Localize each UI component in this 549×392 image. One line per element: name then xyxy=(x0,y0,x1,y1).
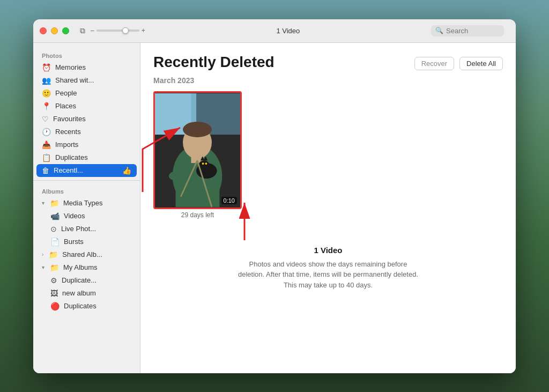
maximize-button[interactable] xyxy=(62,27,69,34)
sidebar-item-imports[interactable]: 📥 Imports xyxy=(33,138,140,151)
sidebar-item-shared[interactable]: 👥 Shared wit... xyxy=(33,74,140,87)
svg-point-11 xyxy=(199,160,209,168)
section-date: March 2023 xyxy=(153,76,503,85)
traffic-lights xyxy=(40,27,69,34)
duplicates2-icon: ⚙ xyxy=(50,276,57,285)
sidebar-item-label: Places xyxy=(55,102,76,110)
recents-icon: 🕐 xyxy=(42,128,51,136)
sidebar-item-label: Memories xyxy=(55,63,86,71)
sidebar-item-label: Videos xyxy=(64,212,85,220)
sidebar-item-label: Recents xyxy=(55,128,81,136)
live-photos-icon: ⊙ xyxy=(50,225,57,233)
video-thumbnail[interactable]: 0:10 xyxy=(153,91,242,209)
slider-thumb xyxy=(122,27,129,34)
albums-section-title: Albums xyxy=(33,184,140,197)
recently-deleted-badge: 👍 xyxy=(122,166,131,175)
video-count-header: 1 Video xyxy=(276,27,300,35)
zoom-slider[interactable]: – + xyxy=(91,27,145,34)
toolbar: ⧉ – + xyxy=(80,26,145,35)
sidebar-item-label: Duplicates xyxy=(64,302,97,310)
zoom-plus-icon[interactable]: + xyxy=(142,27,145,34)
video-duration: 0:10 xyxy=(221,197,237,204)
sidebar-item-label: Imports xyxy=(55,140,78,149)
places-icon: 📍 xyxy=(42,102,51,110)
svg-point-15 xyxy=(205,162,207,165)
sidebar-item-label: Duplicates xyxy=(55,153,88,161)
sidebar-item-recently-deleted[interactable]: 🗑 Recentl... 👍 xyxy=(36,164,137,177)
sidebar: Photos ⏰ Memories 👥 Shared wit... 🙂 Peop… xyxy=(33,43,140,373)
new-album-icon: 🖼 xyxy=(50,289,58,298)
sidebar-item-videos[interactable]: 📹 Videos xyxy=(33,210,140,223)
info-description: Photos and videos show the days remainin… xyxy=(237,259,419,291)
folder-icon: 📁 xyxy=(50,199,59,208)
info-title: 1 Video xyxy=(314,246,342,255)
sidebar-item-label: Favourites xyxy=(53,115,86,123)
expand-arrow-icon: ▾ xyxy=(42,200,44,206)
sidebar-item-duplicates3[interactable]: 🔴 Duplicates xyxy=(33,300,140,313)
slider-track[interactable] xyxy=(97,29,139,32)
sidebar-item-recents[interactable]: 🕐 Recents xyxy=(33,125,140,138)
person-svg xyxy=(155,93,240,208)
videos-icon: 📹 xyxy=(50,212,60,220)
sidebar-item-new-album[interactable]: 🖼 new album xyxy=(33,287,140,300)
search-input[interactable] xyxy=(446,27,500,35)
svg-point-14 xyxy=(202,162,204,165)
sidebar-item-live-photos[interactable]: ⊙ Live Phot... xyxy=(33,223,140,235)
recover-button[interactable]: Recover xyxy=(414,57,454,70)
search-icon: 🔍 xyxy=(435,27,443,34)
title-bar-center: 1 Video xyxy=(145,27,431,35)
sidebar-item-my-albums[interactable]: ▾ 📁 My Albums xyxy=(33,261,140,274)
sidebar-divider xyxy=(33,180,140,181)
sidebar-item-memories[interactable]: ⏰ Memories xyxy=(33,61,140,74)
content-area: Recently Deleted Recover Delete All Marc… xyxy=(140,43,516,373)
sidebar-item-favourites[interactable]: ♡ Favourites xyxy=(33,113,140,125)
main-layout: Photos ⏰ Memories 👥 Shared wit... 🙂 Peop… xyxy=(33,43,516,373)
people-icon: 🙂 xyxy=(42,89,51,98)
sidebar-item-label: Recentl... xyxy=(54,166,83,174)
slideshow-icon[interactable]: ⧉ xyxy=(80,26,85,35)
favourites-icon: ♡ xyxy=(42,115,49,123)
trash-icon: 🗑 xyxy=(42,166,49,175)
sidebar-item-bursts[interactable]: 📄 Bursts xyxy=(33,235,140,248)
bursts-icon: 📄 xyxy=(50,238,60,246)
svg-point-9 xyxy=(169,171,188,181)
svg-point-6 xyxy=(183,122,212,137)
sidebar-item-duplicates[interactable]: 📋 Duplicates xyxy=(33,151,140,164)
photo-caption: 29 days left xyxy=(153,211,242,219)
my-albums-icon: 📁 xyxy=(50,263,59,272)
main-window: ⧉ – + 1 Video 🔍 Photos ⏰ Memories xyxy=(33,19,516,373)
shared-albums-icon: 📁 xyxy=(49,250,58,259)
header-buttons: Recover Delete All xyxy=(414,57,503,70)
memories-icon: ⏰ xyxy=(42,63,51,72)
expand-arrow-icon: ▾ xyxy=(42,264,44,270)
shared-icon: 👥 xyxy=(42,76,51,85)
sidebar-item-places[interactable]: 📍 Places xyxy=(33,100,140,113)
minimize-button[interactable] xyxy=(51,27,58,34)
page-title: Recently Deleted xyxy=(153,54,274,71)
imports-icon: 📥 xyxy=(42,140,51,149)
sidebar-item-duplicates2[interactable]: ⚙ Duplicate... xyxy=(33,274,140,287)
sidebar-item-label: Live Phot... xyxy=(61,225,96,233)
photos-section-title: Photos xyxy=(33,48,140,61)
sidebar-item-label: Shared wit... xyxy=(55,76,94,84)
sidebar-item-label: People xyxy=(55,89,77,97)
search-bar[interactable]: 🔍 xyxy=(431,25,504,36)
info-section: 1 Video Photos and videos show the days … xyxy=(153,235,503,301)
duplicates-icon: 📋 xyxy=(42,153,51,162)
sidebar-item-shared-albums[interactable]: › 📁 Shared Alb... xyxy=(33,248,140,261)
sidebar-item-media-types[interactable]: ▾ 📁 Media Types xyxy=(33,197,140,210)
sidebar-item-label: Shared Alb... xyxy=(62,250,102,258)
duplicates3-icon: 🔴 xyxy=(50,302,60,310)
sidebar-item-label: Media Types xyxy=(63,199,102,207)
sidebar-item-label: My Albums xyxy=(63,263,98,271)
close-button[interactable] xyxy=(40,27,47,34)
delete-all-button[interactable]: Delete All xyxy=(459,57,503,70)
photos-grid: 0:10 29 days left xyxy=(153,91,503,219)
sidebar-item-label: new album xyxy=(62,289,96,297)
sidebar-item-people[interactable]: 🙂 People xyxy=(33,87,140,100)
video-item[interactable]: 0:10 29 days left xyxy=(153,91,242,219)
expand-arrow-icon: › xyxy=(42,252,43,257)
content-header: Recently Deleted Recover Delete All xyxy=(153,54,503,71)
sidebar-item-label: Duplicate... xyxy=(62,276,97,284)
zoom-minus-icon[interactable]: – xyxy=(91,27,94,34)
